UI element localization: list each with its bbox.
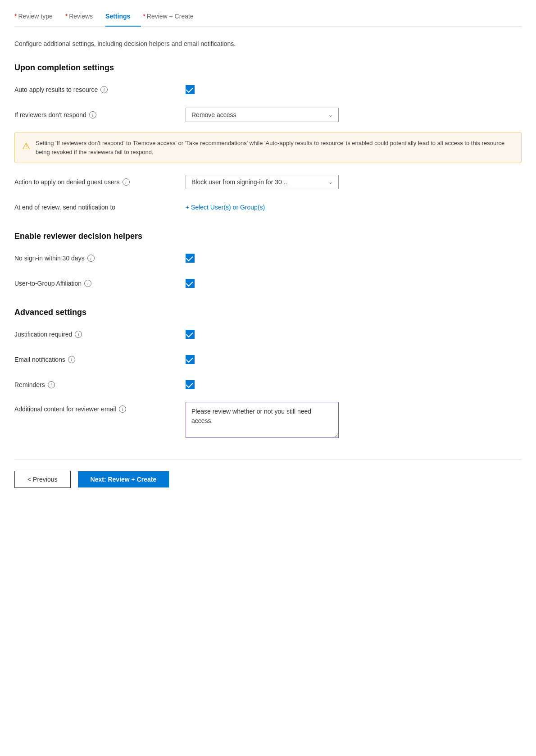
required-star-review-create: * (143, 13, 145, 20)
no-signin-info-icon[interactable]: i (87, 255, 95, 262)
user-group-row: User-to-Group Affiliation i (14, 275, 522, 291)
additional-content-row: Additional content for reviewer email i … (14, 402, 522, 438)
tab-review-type-label: Review type (18, 13, 52, 20)
tab-review-create[interactable]: * Review + Create (143, 8, 204, 26)
justification-info-icon[interactable]: i (75, 331, 82, 338)
select-users-link[interactable]: + Select User(s) or Group(s) (186, 204, 265, 211)
if-reviewers-label: If reviewers don't respond (14, 111, 86, 118)
auto-apply-label-group: Auto apply results to resource i (14, 86, 186, 93)
reminders-label-group: Reminders i (14, 381, 186, 388)
warning-box: ⚠ Setting 'If reviewers don't respond' t… (14, 132, 522, 163)
user-group-checkbox[interactable] (186, 279, 195, 288)
completion-settings-title: Upon completion settings (14, 63, 522, 73)
send-notification-label-group: At end of review, send notification to (14, 204, 186, 211)
tab-settings-label: Settings (105, 13, 130, 20)
tab-reviews-label: Reviews (69, 13, 93, 20)
auto-apply-info-icon[interactable]: i (100, 86, 108, 93)
page-description: Configure additional settings, including… (14, 39, 522, 49)
email-notifications-row: Email notifications i (14, 351, 522, 368)
if-reviewers-label-group: If reviewers don't respond i (14, 111, 186, 118)
tab-review-create-label: Review + Create (147, 13, 194, 20)
email-notifications-label-group: Email notifications i (14, 356, 186, 363)
send-notification-row: At end of review, send notification to +… (14, 199, 522, 215)
reminders-info-icon[interactable]: i (48, 381, 55, 388)
reminders-checkbox[interactable] (186, 380, 195, 389)
wizard-tabs: * Review type * Reviews Settings * Revie… (14, 0, 522, 27)
email-notifications-checkbox[interactable] (186, 355, 195, 364)
auto-apply-label: Auto apply results to resource (14, 86, 98, 93)
action-denied-value: Block user from signing-in for 30 ... (191, 178, 289, 186)
if-reviewers-info-icon[interactable]: i (89, 111, 96, 118)
user-group-info-icon[interactable]: i (84, 280, 91, 287)
action-denied-chevron: ⌄ (328, 179, 333, 185)
additional-content-label: Additional content for reviewer email (14, 405, 116, 413)
required-star-reviews: * (65, 13, 68, 20)
justification-label: Justification required (14, 331, 72, 338)
send-notification-label: At end of review, send notification to (14, 204, 115, 211)
action-denied-info-icon[interactable]: i (123, 178, 130, 186)
warning-text: Setting 'If reviewers don't respond' to … (36, 139, 514, 156)
no-signin-row: No sign-in within 30 days i (14, 250, 522, 266)
justification-row: Justification required i (14, 326, 522, 342)
auto-apply-checkbox[interactable] (186, 85, 195, 94)
bottom-bar: < Previous Next: Review + Create (14, 460, 522, 488)
advanced-settings-title: Advanced settings (14, 308, 522, 317)
if-reviewers-row: If reviewers don't respond i Remove acce… (14, 107, 522, 123)
user-group-label: User-to-Group Affiliation (14, 280, 82, 287)
user-group-label-group: User-to-Group Affiliation i (14, 280, 186, 287)
action-denied-label: Action to apply on denied guest users (14, 178, 120, 186)
justification-label-group: Justification required i (14, 331, 186, 338)
reminders-label: Reminders (14, 381, 45, 388)
decision-helpers-section: Enable reviewer decision helpers No sign… (14, 232, 522, 291)
warning-icon: ⚠ (22, 139, 30, 153)
action-denied-label-group: Action to apply on denied guest users i (14, 178, 186, 186)
email-notifications-info-icon[interactable]: i (68, 356, 75, 363)
action-denied-dropdown[interactable]: Block user from signing-in for 30 ... ⌄ (186, 175, 339, 189)
tab-settings[interactable]: Settings (105, 8, 141, 26)
no-signin-label-group: No sign-in within 30 days i (14, 255, 186, 262)
required-star-review-type: * (14, 13, 17, 20)
if-reviewers-value: Remove access (191, 111, 236, 118)
action-denied-row: Action to apply on denied guest users i … (14, 174, 522, 190)
completion-settings-section: Upon completion settings Auto apply resu… (14, 63, 522, 215)
reminders-row: Reminders i (14, 377, 522, 393)
additional-content-label-group: Additional content for reviewer email i (14, 402, 186, 413)
no-signin-label: No sign-in within 30 days (14, 255, 85, 262)
decision-helpers-title: Enable reviewer decision helpers (14, 232, 522, 241)
email-notifications-label: Email notifications (14, 356, 65, 363)
previous-button[interactable]: < Previous (14, 471, 71, 488)
justification-checkbox[interactable] (186, 330, 195, 339)
auto-apply-row: Auto apply results to resource i (14, 82, 522, 98)
additional-content-info-icon[interactable]: i (119, 405, 126, 413)
tab-reviews[interactable]: * Reviews (65, 8, 104, 26)
if-reviewers-chevron: ⌄ (328, 112, 333, 118)
no-signin-checkbox[interactable] (186, 254, 195, 263)
if-reviewers-dropdown[interactable]: Remove access ⌄ (186, 108, 339, 122)
additional-content-textarea[interactable]: Please review whether or not you still n… (186, 402, 339, 438)
tab-review-type[interactable]: * Review type (14, 8, 64, 26)
next-button[interactable]: Next: Review + Create (78, 471, 169, 487)
advanced-settings-section: Advanced settings Justification required… (14, 308, 522, 438)
